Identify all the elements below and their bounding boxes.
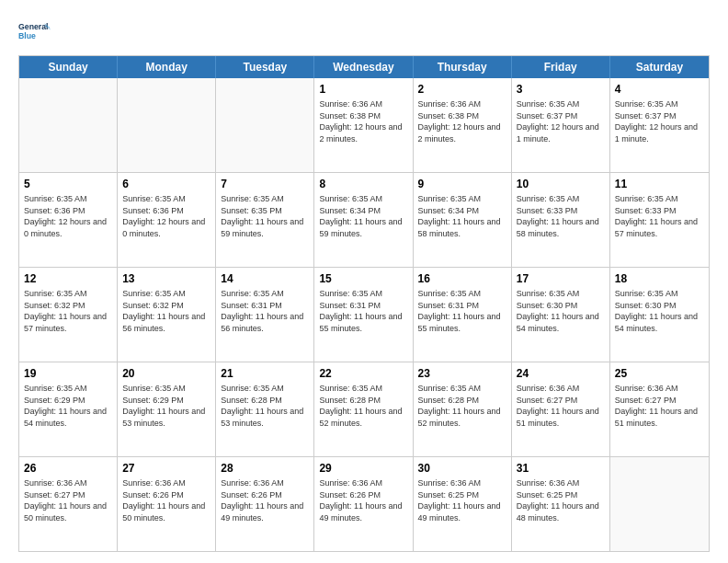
day-info: Sunrise: 6:36 AM Sunset: 6:38 PM Dayligh… [319, 98, 407, 144]
calendar-row-0: 1Sunrise: 6:36 AM Sunset: 6:38 PM Daylig… [19, 78, 709, 172]
day-cell-22: 22Sunrise: 6:35 AM Sunset: 6:28 PM Dayli… [314, 362, 413, 456]
day-cell-26: 26Sunrise: 6:36 AM Sunset: 6:27 PM Dayli… [19, 457, 118, 551]
day-cell-29: 29Sunrise: 6:36 AM Sunset: 6:26 PM Dayli… [314, 457, 413, 551]
day-number: 3 [517, 82, 605, 97]
day-info: Sunrise: 6:36 AM Sunset: 6:26 PM Dayligh… [319, 477, 407, 523]
day-cell-19: 19Sunrise: 6:35 AM Sunset: 6:29 PM Dayli… [19, 362, 118, 456]
page: GeneralBlue SundayMondayTuesdayWednesday… [0, 0, 728, 563]
day-cell-3: 3Sunrise: 6:35 AM Sunset: 6:37 PM Daylig… [512, 78, 610, 172]
day-cell-7: 7Sunrise: 6:35 AM Sunset: 6:35 PM Daylig… [216, 173, 314, 267]
day-number: 12 [24, 271, 112, 286]
svg-text:General: General [18, 22, 49, 31]
calendar-header: SundayMondayTuesdayWednesdayThursdayFrid… [19, 56, 709, 78]
calendar-row-1: 5Sunrise: 6:35 AM Sunset: 6:36 PM Daylig… [19, 172, 709, 267]
day-number: 11 [615, 177, 704, 191]
day-cell-empty-4-6 [610, 457, 709, 551]
day-number: 1 [319, 82, 407, 97]
day-info: Sunrise: 6:35 AM Sunset: 6:36 PM Dayligh… [24, 193, 112, 239]
day-number: 17 [517, 271, 605, 286]
day-number: 10 [517, 177, 605, 191]
day-number: 7 [221, 177, 309, 191]
day-number: 20 [122, 366, 210, 381]
header-day-thursday: Thursday [414, 56, 512, 78]
day-info: Sunrise: 6:36 AM Sunset: 6:25 PM Dayligh… [517, 477, 605, 523]
day-cell-8: 8Sunrise: 6:35 AM Sunset: 6:34 PM Daylig… [314, 173, 413, 267]
day-cell-18: 18Sunrise: 6:35 AM Sunset: 6:30 PM Dayli… [610, 268, 709, 362]
day-cell-1: 1Sunrise: 6:36 AM Sunset: 6:38 PM Daylig… [314, 78, 413, 172]
day-cell-2: 2Sunrise: 6:36 AM Sunset: 6:38 PM Daylig… [414, 78, 512, 172]
day-cell-4: 4Sunrise: 6:35 AM Sunset: 6:37 PM Daylig… [610, 78, 709, 172]
day-info: Sunrise: 6:35 AM Sunset: 6:32 PM Dayligh… [122, 288, 210, 334]
svg-text:Blue: Blue [18, 31, 36, 40]
day-cell-5: 5Sunrise: 6:35 AM Sunset: 6:36 PM Daylig… [19, 173, 118, 267]
day-number: 6 [122, 177, 210, 191]
logo-icon: GeneralBlue [18, 15, 51, 48]
day-info: Sunrise: 6:36 AM Sunset: 6:26 PM Dayligh… [122, 477, 210, 523]
day-info: Sunrise: 6:35 AM Sunset: 6:33 PM Dayligh… [517, 193, 605, 239]
day-cell-9: 9Sunrise: 6:35 AM Sunset: 6:34 PM Daylig… [414, 173, 512, 267]
day-number: 23 [418, 366, 506, 381]
day-info: Sunrise: 6:35 AM Sunset: 6:31 PM Dayligh… [319, 288, 407, 334]
day-info: Sunrise: 6:35 AM Sunset: 6:32 PM Dayligh… [24, 288, 112, 334]
day-cell-6: 6Sunrise: 6:35 AM Sunset: 6:36 PM Daylig… [118, 173, 216, 267]
day-cell-15: 15Sunrise: 6:35 AM Sunset: 6:31 PM Dayli… [314, 268, 413, 362]
day-number: 21 [221, 366, 309, 381]
logo: GeneralBlue [18, 15, 51, 48]
calendar: SundayMondayTuesdayWednesdayThursdayFrid… [18, 55, 710, 552]
day-number: 16 [418, 271, 506, 286]
day-cell-25: 25Sunrise: 6:36 AM Sunset: 6:27 PM Dayli… [610, 362, 709, 456]
day-info: Sunrise: 6:35 AM Sunset: 6:31 PM Dayligh… [221, 288, 309, 334]
day-info: Sunrise: 6:35 AM Sunset: 6:37 PM Dayligh… [517, 98, 605, 144]
day-cell-empty-0-2 [216, 78, 314, 172]
header-day-monday: Monday [118, 56, 216, 78]
day-cell-24: 24Sunrise: 6:36 AM Sunset: 6:27 PM Dayli… [512, 362, 610, 456]
day-cell-empty-0-0 [19, 78, 118, 172]
day-cell-14: 14Sunrise: 6:35 AM Sunset: 6:31 PM Dayli… [216, 268, 314, 362]
day-number: 5 [24, 177, 112, 191]
day-info: Sunrise: 6:36 AM Sunset: 6:38 PM Dayligh… [418, 98, 506, 144]
day-number: 29 [319, 461, 407, 476]
header-day-tuesday: Tuesday [216, 56, 314, 78]
day-info: Sunrise: 6:35 AM Sunset: 6:35 PM Dayligh… [221, 193, 309, 239]
day-number: 26 [24, 461, 112, 476]
calendar-row-3: 19Sunrise: 6:35 AM Sunset: 6:29 PM Dayli… [19, 362, 709, 456]
day-number: 31 [517, 461, 605, 476]
day-number: 4 [615, 82, 704, 97]
day-info: Sunrise: 6:35 AM Sunset: 6:37 PM Dayligh… [615, 98, 704, 144]
day-info: Sunrise: 6:35 AM Sunset: 6:28 PM Dayligh… [418, 383, 506, 429]
calendar-body: 1Sunrise: 6:36 AM Sunset: 6:38 PM Daylig… [19, 78, 709, 551]
day-info: Sunrise: 6:35 AM Sunset: 6:34 PM Dayligh… [319, 193, 407, 239]
header-day-sunday: Sunday [19, 56, 118, 78]
day-info: Sunrise: 6:35 AM Sunset: 6:30 PM Dayligh… [517, 288, 605, 334]
day-info: Sunrise: 6:35 AM Sunset: 6:36 PM Dayligh… [122, 193, 210, 239]
day-info: Sunrise: 6:35 AM Sunset: 6:29 PM Dayligh… [24, 383, 112, 429]
day-cell-12: 12Sunrise: 6:35 AM Sunset: 6:32 PM Dayli… [19, 268, 118, 362]
day-info: Sunrise: 6:35 AM Sunset: 6:31 PM Dayligh… [418, 288, 506, 334]
day-cell-30: 30Sunrise: 6:36 AM Sunset: 6:25 PM Dayli… [414, 457, 512, 551]
day-cell-28: 28Sunrise: 6:36 AM Sunset: 6:26 PM Dayli… [216, 457, 314, 551]
day-cell-11: 11Sunrise: 6:35 AM Sunset: 6:33 PM Dayli… [610, 173, 709, 267]
day-info: Sunrise: 6:35 AM Sunset: 6:28 PM Dayligh… [221, 383, 309, 429]
day-number: 9 [418, 177, 506, 191]
day-number: 19 [24, 366, 112, 381]
day-number: 25 [615, 366, 704, 381]
day-info: Sunrise: 6:35 AM Sunset: 6:34 PM Dayligh… [418, 193, 506, 239]
day-cell-23: 23Sunrise: 6:35 AM Sunset: 6:28 PM Dayli… [414, 362, 512, 456]
day-cell-21: 21Sunrise: 6:35 AM Sunset: 6:28 PM Dayli… [216, 362, 314, 456]
day-info: Sunrise: 6:36 AM Sunset: 6:27 PM Dayligh… [615, 383, 704, 429]
day-info: Sunrise: 6:36 AM Sunset: 6:26 PM Dayligh… [221, 477, 309, 523]
day-number: 8 [319, 177, 407, 191]
day-cell-16: 16Sunrise: 6:35 AM Sunset: 6:31 PM Dayli… [414, 268, 512, 362]
day-number: 15 [319, 271, 407, 286]
day-number: 30 [418, 461, 506, 476]
calendar-row-2: 12Sunrise: 6:35 AM Sunset: 6:32 PM Dayli… [19, 267, 709, 362]
header-day-saturday: Saturday [610, 56, 709, 78]
header-day-friday: Friday [512, 56, 610, 78]
day-cell-empty-0-1 [118, 78, 216, 172]
day-info: Sunrise: 6:35 AM Sunset: 6:30 PM Dayligh… [615, 288, 704, 334]
calendar-row-4: 26Sunrise: 6:36 AM Sunset: 6:27 PM Dayli… [19, 456, 709, 551]
day-number: 27 [122, 461, 210, 476]
day-number: 28 [221, 461, 309, 476]
day-cell-27: 27Sunrise: 6:36 AM Sunset: 6:26 PM Dayli… [118, 457, 216, 551]
day-number: 13 [122, 271, 210, 286]
